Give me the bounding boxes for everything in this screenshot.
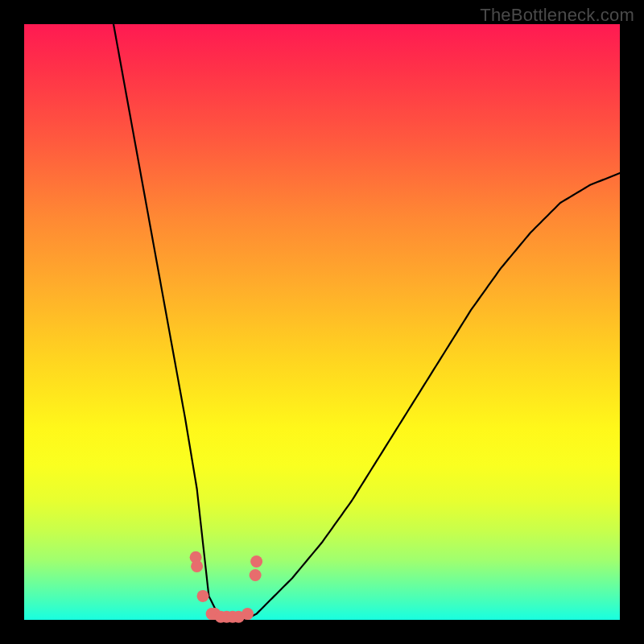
bottleneck-point bbox=[250, 569, 262, 581]
bottleneck-point bbox=[250, 555, 262, 568]
bottleneck-curve bbox=[114, 24, 620, 620]
bottleneck-points-group bbox=[190, 551, 262, 623]
bottleneck-point bbox=[191, 560, 203, 572]
bottleneck-point bbox=[197, 590, 209, 602]
chart-overlay bbox=[24, 24, 620, 620]
bottleneck-point bbox=[242, 608, 254, 620]
watermark-text: TheBottleneck.com bbox=[480, 5, 634, 26]
chart-frame: TheBottleneck.com bbox=[0, 0, 644, 644]
